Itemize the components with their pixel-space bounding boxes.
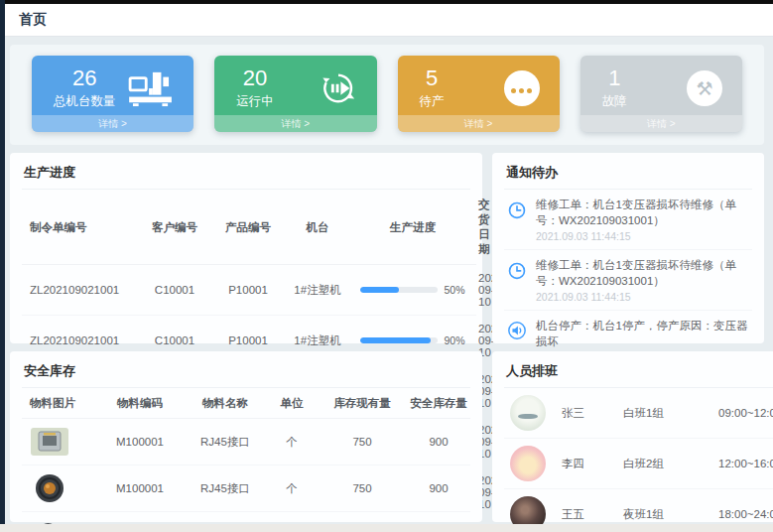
progress-bar [360,337,438,343]
column-header: 物料编码 [95,388,185,419]
staff-name: 张三 [562,406,623,421]
staff-time: 12:00~16:00 [718,458,773,469]
table-cell: M100001 [95,419,185,466]
notice-text: 维修工单：机台1变压器损坏待维修（单号：WX202109031001） [536,198,750,228]
panel-title: 人员排班 [504,358,773,388]
panel-title: 生产进度 [22,160,470,190]
stat-value: 5 [420,66,445,90]
stat-card-waiting[interactable]: 5 待产 详情 > [398,56,560,132]
progress-label: 50% [444,284,464,296]
notice-item[interactable]: 维修工单：机台1变压器损坏待维修（单号：WX202109031001） 2021… [504,190,752,250]
card-detail-link[interactable]: 详情 > [580,115,742,132]
table-cell: 个 [266,419,318,466]
column-header: 客户编号 [139,190,210,265]
table-cell: 900 [407,466,470,512]
card-detail-link[interactable]: 详情 > [398,115,560,132]
clock-icon [506,258,528,280]
column-header: 生产进度 [349,190,476,265]
staff-row: 李四 白班2组 12:00~16:00 [504,439,773,489]
stat-label: 故障 [602,93,627,110]
stat-card-running[interactable]: 20 运行中 详情 > [214,56,376,132]
production-progress-panel: 生产进度 制令单编号 客户编号 产品编号 机台 生产进度 交货日期 ZL2021… [10,153,482,343]
rj45-connector-image [30,426,69,458]
table-row: ZL202109021001 C10001 P10001 1#注塑机 50% 2… [22,265,476,316]
table-cell: 750 [318,419,407,466]
stat-card-total-machines[interactable]: 26 总机台数量 详情 > [32,56,193,132]
card-detail-link[interactable]: 详情 > [214,115,376,132]
avatar [510,446,546,481]
notice-item[interactable]: 维修工单：机台1变压器损坏待维修（单号：WX202109031001） 2021… [504,250,752,311]
table-cell: 900 [407,419,470,466]
machine-icon [128,69,174,107]
staff-time: 09:00~12:00 [718,407,773,419]
staff-name: 李四 [562,457,623,471]
staff-schedule-panel: 人员排班 张三 白班1组 09:00~12:00 李四 白班2组 12:00~1… [492,351,773,522]
stat-value: 20 [236,66,274,90]
staff-row: 张三 白班1组 09:00~12:00 [504,388,773,439]
tab-bar: 首页 [5,4,773,37]
staff-time: 18:00~24:00 [718,508,773,520]
progress-bar [360,287,438,293]
column-header: 单位 [266,388,318,419]
panel-title: 安全库存 [22,358,470,388]
table-cell: 个 [266,466,318,512]
stat-label: 运行中 [236,93,274,110]
card-detail-link[interactable]: 详情 > [32,115,193,132]
table-cell: 1#注塑机 [286,265,349,316]
column-header: 库存现有量 [318,388,407,419]
main-content: 26 总机台数量 详情 > [5,37,773,524]
dashboard-page: 首页 26 总机台数量 [0,0,773,532]
safety-stock-panel: 安全库存 物料图片 物料编码 物料名称 单位 库存现有量 安全库存量 [10,351,482,522]
table-cell: RJ45接口 [185,419,266,466]
notice-time: 2021.09.03 11:44:15 [536,230,750,242]
staff-shift: 白班1组 [623,406,718,421]
staff-shift: 白班2组 [623,457,718,471]
clock-icon [506,198,528,219]
stat-label: 总机台数量 [54,93,116,110]
staff-shift: 夜班1组 [623,507,718,522]
column-header: 物料名称 [185,388,266,419]
table-row: M100001 RJ45接口 个 750 900 [22,466,470,512]
round-speaker-image [30,472,69,504]
table-cell: RJ45接口 [185,466,266,512]
speaker-icon [506,319,528,340]
column-header: 产品编号 [210,190,286,265]
table-cell: P10001 [210,265,286,316]
stat-cards-panel: 26 总机台数量 详情 > [10,45,764,145]
stat-label: 待产 [420,93,445,110]
notice-text: 机台停产：机台1停产，停产原因：变压器损坏 [536,319,750,349]
column-header: 制令单编号 [22,190,139,265]
table-cell: ZL202109021001 [22,265,139,316]
staff-name: 王五 [562,507,623,522]
table-cell: M100001 [95,466,185,512]
stat-card-fault[interactable]: 1 故障 ⚒ 详情 > [580,56,742,132]
tools-icon: ⚒ [687,70,722,106]
avatar [510,395,546,431]
table-row: M100001 RJ45接口 个 750 900 [22,419,470,466]
stat-value: 26 [54,66,116,90]
column-header: 机台 [286,190,349,265]
tab-home[interactable]: 首页 [19,11,47,29]
running-icon [320,69,357,107]
safety-stock-table: 物料图片 物料编码 物料名称 单位 库存现有量 安全库存量 [22,388,470,532]
notices-panel: 通知待办 维修工单：机台1变压器损坏待维修（单号：WX202109031001）… [492,153,764,343]
notice-time: 2021.09.03 11:44:15 [536,291,750,303]
stat-value: 1 [602,66,627,90]
table-cell: C10001 [139,265,210,316]
table-cell: 750 [318,466,407,512]
column-header: 物料图片 [22,388,95,419]
progress-label: 90% [444,334,464,346]
window-bottom-edge [0,524,773,532]
ellipsis-icon [504,70,540,106]
notice-text: 维修工单：机台1变压器损坏待维修（单号：WX202109031001） [536,258,750,289]
panel-title: 通知待办 [504,160,752,190]
column-header: 安全库存量 [407,388,470,419]
